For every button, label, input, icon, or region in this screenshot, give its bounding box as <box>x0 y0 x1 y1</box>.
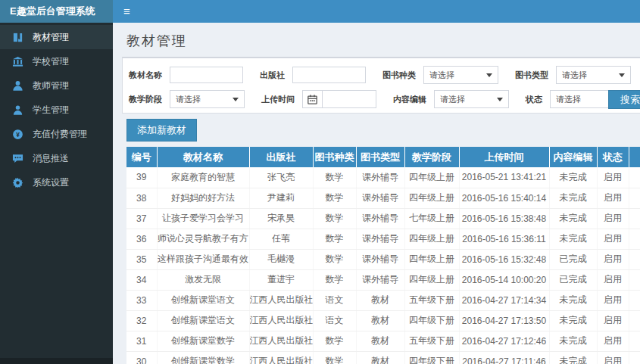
app-title: E趣堂后台管理系统 <box>10 5 95 18</box>
cell-publisher: 江西人民出版社 <box>249 310 313 331</box>
cell-type: 课外辅导 <box>356 249 404 269</box>
filter-group: 教学阶段请选择 <box>129 90 245 108</box>
sidebar-toggle-button[interactable]: ≡ <box>113 0 141 23</box>
filter-group: 内容编辑请选择 <box>393 90 509 108</box>
sidebar-item-message[interactable]: 消息推送 <box>0 146 113 170</box>
recharge-icon: ¥ <box>11 128 23 140</box>
table-row: 34激发无限董进宇数学课外辅导四年级上册2016-05-14 10:00:20已… <box>126 269 640 290</box>
filter-group: 图书类型请选择 <box>515 66 631 84</box>
cell-category: 数学 <box>313 249 356 269</box>
cell-id: 38 <box>126 188 157 208</box>
cell-content-edit: 未完成 <box>549 208 597 229</box>
cell-status: 启用 <box>597 331 629 351</box>
cell-category: 语文 <box>313 310 356 331</box>
cell-stage: 四年级上册 <box>404 249 459 269</box>
column-header-publisher: 出版社 <box>249 147 313 167</box>
cell-id: 32 <box>126 310 157 331</box>
column-header-content-edit: 内容编辑 <box>549 147 597 167</box>
book-category-select[interactable]: 请选择 <box>423 66 498 84</box>
cell-type: 课外辅导 <box>356 188 404 208</box>
filter-label: 状态 <box>526 94 542 105</box>
cell-content-edit: 未完成 <box>549 188 597 208</box>
cell-publisher: 任苇 <box>249 229 313 249</box>
filter-group: 出版社 <box>260 67 366 83</box>
column-header-category: 图书种类 <box>313 147 356 167</box>
filter-group: 图书种类请选择 <box>382 66 498 84</box>
cell-actions <box>629 167 640 188</box>
book-type-select[interactable]: 请选择 <box>556 66 631 84</box>
cell-name: 这样跟孩子沟通最有效 <box>157 249 249 269</box>
svg-text:¥: ¥ <box>16 130 20 138</box>
cell-name: 创维新课堂数学 <box>157 331 249 351</box>
cell-publisher: 江西人民出版社 <box>249 351 313 364</box>
sidebar-item-settings[interactable]: 系统设置 <box>0 170 113 194</box>
content-area: 教材管理 教材名称出版社图书种类请选择图书类型请选择 教学阶段请选择上传时间内容… <box>113 23 640 364</box>
cell-publisher: 毛樾漫 <box>249 249 313 269</box>
sidebar-item-label: 教材管理 <box>33 33 69 42</box>
cell-name: 让孩子爱学习会学习 <box>157 208 249 229</box>
filter-label: 图书种类 <box>382 70 416 81</box>
cell-status: 启用 <box>597 351 629 364</box>
filter-label: 教材名称 <box>129 70 162 81</box>
cell-id: 31 <box>126 331 157 351</box>
calendar-icon <box>302 90 322 108</box>
filter-group: 上传时间 <box>261 90 376 108</box>
cell-type: 教材 <box>356 351 404 364</box>
sidebar-item-textbook[interactable]: 教材管理 <box>0 25 113 49</box>
add-textbook-button[interactable]: 添加新教材 <box>126 119 197 142</box>
cell-content-edit: 未完成 <box>549 229 597 249</box>
table-row: 38好妈妈的好方法尹建莉数学课外辅导四年级上册2016-05-16 15:40:… <box>126 188 640 208</box>
sidebar-item-teacher[interactable]: 教师管理 <box>0 73 113 98</box>
column-header-name: 教材名称 <box>157 147 249 167</box>
cell-name: 创维新课堂数学 <box>157 351 249 364</box>
sidebar-item-label: 教师管理 <box>33 81 69 91</box>
cell-stage: 四年级上册 <box>404 188 459 208</box>
column-header-type: 图书类型 <box>356 147 404 167</box>
cell-publisher: 江西人民出版社 <box>249 290 313 310</box>
sidebar-item-school[interactable]: 学校管理 <box>0 49 113 73</box>
top-navbar: ≡ <box>113 0 640 23</box>
cell-publisher: 江西人民出版社 <box>249 331 313 351</box>
cell-name: 家庭教育的智慧 <box>157 167 249 188</box>
textbook-name-input[interactable] <box>170 67 243 83</box>
sidebar-footer <box>0 358 113 364</box>
table-row: 32创维新课堂语文江西人民出版社语文教材四年级下册2016-04-27 17:1… <box>126 310 640 331</box>
column-header-stage: 教学阶段 <box>404 147 459 167</box>
filter-group: 教材名称 <box>129 67 243 83</box>
cell-stage: 四年级上册 <box>404 167 459 188</box>
sidebar-item-label: 学校管理 <box>33 57 69 67</box>
table-row: 37让孩子爱学习会学习宋承昊数学课外辅导七年级上册2016-05-16 15:3… <box>126 208 640 229</box>
cell-actions <box>629 229 640 249</box>
cell-actions <box>629 351 640 364</box>
cell-publisher: 董进宇 <box>249 269 313 290</box>
filter-panel: 教材名称出版社图书种类请选择图书类型请选择 教学阶段请选择上传时间内容编辑请选择… <box>122 57 640 114</box>
column-header-status: 状态 <box>597 147 629 167</box>
cell-category: 数学 <box>313 167 356 188</box>
chevron-down-icon <box>233 98 239 101</box>
cell-actions <box>629 290 640 310</box>
cell-type: 教材 <box>356 310 404 331</box>
cell-stage: 四年级上册 <box>404 269 459 290</box>
cell-category: 语文 <box>313 290 356 310</box>
cell-status: 启用 <box>597 167 629 188</box>
teacher-icon <box>11 79 23 92</box>
cell-upload-time: 2016-04-27 17:12:46 <box>459 331 549 351</box>
cell-upload-time: 2016-05-16 15:36:11 <box>459 229 549 249</box>
cell-type: 课外辅导 <box>356 229 404 249</box>
cell-status: 启用 <box>597 310 629 331</box>
cell-id: 39 <box>126 167 157 188</box>
teaching-stage-select[interactable]: 请选择 <box>170 90 245 108</box>
sidebar-item-recharge[interactable]: ¥充值付费管理 <box>0 122 113 146</box>
search-button[interactable]: 搜索 <box>608 90 640 109</box>
filter-label: 教学阶段 <box>129 94 162 105</box>
publisher-input[interactable] <box>292 67 366 83</box>
cell-stage: 五年级下册 <box>404 331 459 351</box>
sidebar-item-student[interactable]: 学生管理 <box>0 98 113 122</box>
cell-publisher: 宋承昊 <box>249 208 313 229</box>
upload-time-input[interactable] <box>322 90 376 108</box>
cell-content-edit: 已完成 <box>549 249 597 269</box>
filter-row-2: 教学阶段请选择上传时间内容编辑请选择状态请选择 <box>129 90 640 108</box>
content-edit-select[interactable]: 请选择 <box>434 90 509 108</box>
sidebar: 教材管理学校管理教师管理学生管理¥充值付费管理消息推送系统设置 <box>0 23 113 364</box>
cell-type: 课外辅导 <box>356 208 404 229</box>
